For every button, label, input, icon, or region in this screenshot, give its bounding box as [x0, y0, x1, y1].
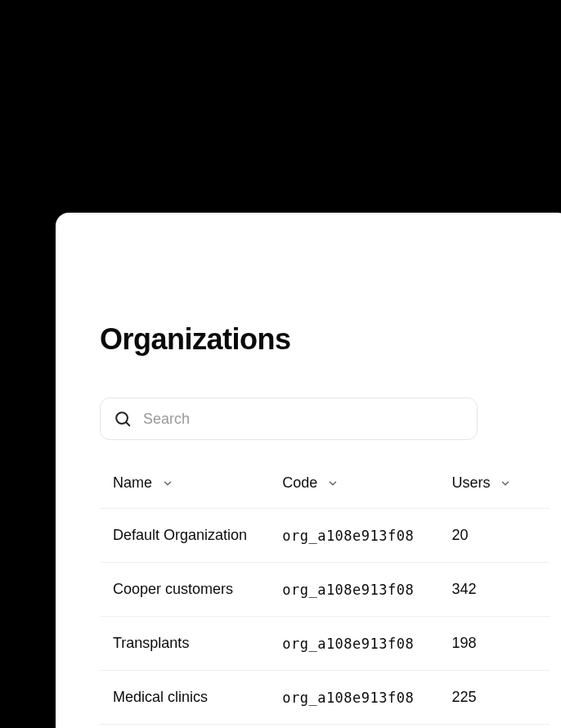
cell-users: 225: [451, 689, 536, 706]
chevron-down-icon: [327, 478, 339, 489]
column-header-code[interactable]: Code: [282, 474, 451, 492]
search-input[interactable]: [143, 411, 464, 428]
table-row[interactable]: Medical clinics org_a108e913f08 225: [100, 671, 550, 725]
cell-users: 198: [451, 635, 536, 652]
table-body: Default Organization org_a108e913f08 20 …: [100, 509, 550, 725]
table-row[interactable]: Transplants org_a108e913f08 198: [100, 617, 550, 671]
table-header: Name Code Users: [100, 474, 550, 509]
cell-code: org_a108e913f08: [282, 582, 451, 598]
chevron-down-icon: [500, 478, 511, 489]
cell-users: 20: [451, 527, 536, 544]
organizations-table: Name Code Users: [100, 474, 550, 725]
cell-code: org_a108e913f08: [282, 528, 451, 544]
page-title: Organizations: [100, 322, 550, 357]
column-label: Code: [282, 474, 317, 492]
chevron-down-icon: [162, 478, 173, 489]
cell-name: Transplants: [113, 635, 282, 652]
column-label: Users: [451, 474, 490, 492]
cell-name: Medical clinics: [113, 689, 282, 706]
cell-name: Cooper customers: [113, 581, 282, 598]
search-field[interactable]: [100, 398, 478, 440]
table-row[interactable]: Default Organization org_a108e913f08 20: [100, 509, 550, 563]
column-header-name[interactable]: Name: [113, 474, 282, 492]
svg-line-1: [126, 422, 129, 425]
organizations-card: Organizations Name Code: [67, 224, 561, 728]
cell-users: 342: [451, 581, 536, 598]
cell-name: Default Organization: [113, 527, 282, 544]
column-label: Name: [113, 474, 152, 492]
cell-code: org_a108e913f08: [282, 636, 451, 652]
table-row[interactable]: Cooper customers org_a108e913f08 342: [100, 563, 550, 617]
search-icon: [114, 410, 132, 428]
column-header-users[interactable]: Users: [451, 474, 536, 492]
cell-code: org_a108e913f08: [282, 690, 451, 706]
